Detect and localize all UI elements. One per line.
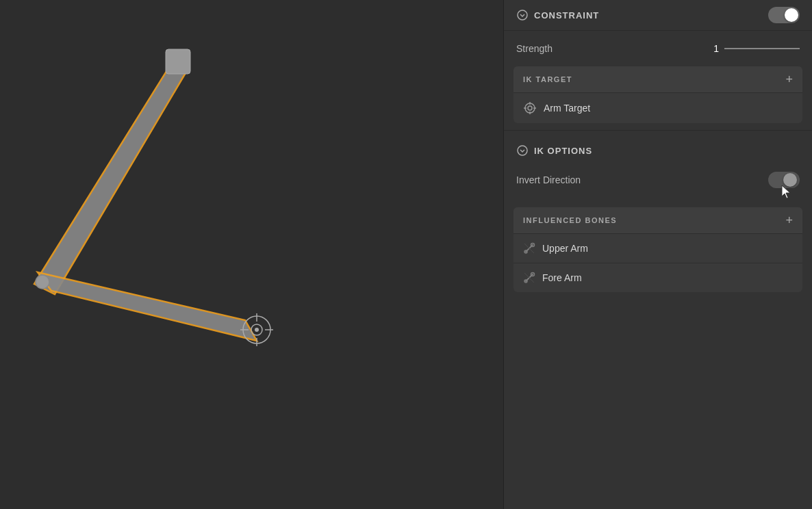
influenced-bones-section: INFLUENCED BONES + Upper Arm Fore Arm	[513, 207, 802, 292]
divider-1	[504, 130, 812, 131]
upper-arm-label: Upper Arm	[542, 243, 588, 254]
constraint-header: CONSTRAINT	[504, 0, 812, 31]
svg-point-10	[255, 328, 259, 332]
fore-arm-item[interactable]: Fore Arm	[513, 263, 802, 292]
constraint-left: CONSTRAINT	[516, 9, 599, 21]
influenced-bones-title: INFLUENCED BONES	[523, 216, 617, 224]
svg-point-12	[525, 103, 535, 113]
constraint-title: CONSTRAINT	[534, 10, 599, 21]
elbow-joint	[36, 275, 49, 289]
influenced-bones-add-button[interactable]: +	[785, 214, 793, 226]
strength-row: Strength 1	[504, 31, 812, 60]
invert-direction-label: Invert Direction	[516, 174, 581, 185]
constraint-toggle[interactable]	[768, 7, 800, 23]
fore-arm-label: Fore Arm	[542, 272, 582, 283]
svg-point-13	[528, 106, 532, 110]
arm-target-label: Arm Target	[544, 103, 590, 114]
strength-slider[interactable]	[724, 48, 800, 49]
strength-label: Strength	[516, 43, 553, 54]
svg-point-11	[518, 10, 527, 20]
ik-target-header: IK TARGET +	[513, 66, 802, 92]
svg-rect-2	[166, 49, 190, 74]
ik-target-section: IK TARGET + Arm Target	[513, 66, 802, 123]
target-icon	[523, 101, 537, 115]
invert-toggle-container	[768, 172, 800, 188]
ik-target-add-button[interactable]: +	[785, 73, 793, 86]
toggle-knob	[785, 8, 798, 22]
bone-icon-upper-arm	[523, 242, 535, 254]
chevron-down-icon	[516, 9, 529, 21]
arm-target-item[interactable]: Arm Target	[513, 92, 802, 123]
strength-value: 1	[705, 43, 719, 54]
strength-slider-fill	[724, 48, 800, 49]
ik-target-title: IK TARGET	[523, 75, 572, 83]
influenced-bones-header: INFLUENCED BONES +	[513, 207, 802, 233]
canvas-area	[0, 0, 503, 509]
upper-arm-item[interactable]: Upper Arm	[513, 233, 802, 263]
properties-panel: CONSTRAINT Strength 1 IK TARGET +	[503, 0, 812, 509]
bone-rig-svg	[0, 0, 503, 509]
invert-direction-toggle[interactable]	[768, 172, 800, 188]
invert-direction-row: Invert Direction	[504, 164, 812, 200]
strength-value-area: 1	[705, 43, 800, 54]
ik-options-title: IK OPTIONS	[534, 146, 592, 156]
invert-toggle-knob	[783, 173, 797, 187]
svg-point-18	[518, 146, 527, 155]
ik-options-chevron-icon	[516, 144, 529, 157]
bone-icon-fore-arm	[523, 272, 535, 284]
ik-options-header: IK OPTIONS	[504, 138, 812, 164]
